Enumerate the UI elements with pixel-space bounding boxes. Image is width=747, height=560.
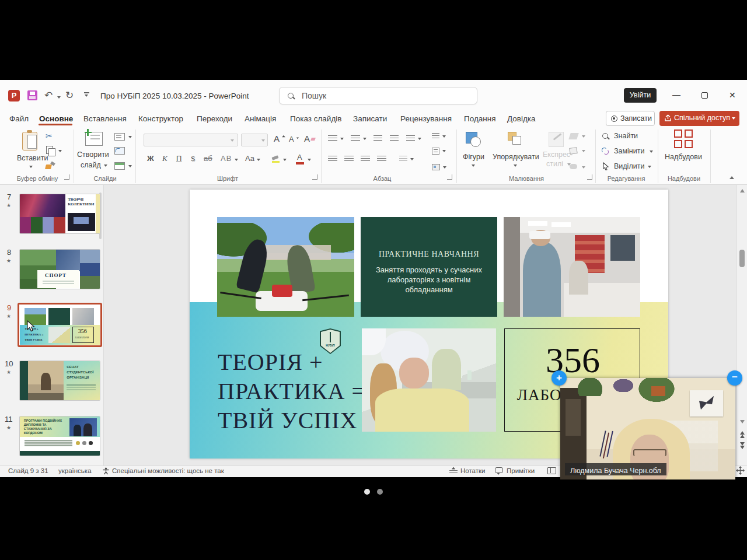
grow-font-button[interactable]: А <box>274 134 280 144</box>
decrease-indent-button[interactable] <box>374 135 382 142</box>
photo-vr[interactable] <box>504 217 640 317</box>
normal-view-button[interactable] <box>547 467 556 474</box>
scroll-up-arrow[interactable] <box>740 189 745 192</box>
maximize-button[interactable] <box>701 92 708 99</box>
accessibility-status[interactable]: Спеціальні можливості: щось не так <box>112 467 224 474</box>
paragraph-dialog-launcher[interactable] <box>447 174 452 180</box>
shape-effects-dropdown[interactable] <box>582 166 585 169</box>
text-direction-dropdown[interactable] <box>442 135 446 138</box>
tab-view[interactable]: Подання <box>464 114 496 123</box>
share-button[interactable]: Спільний доступ <box>659 111 739 126</box>
close-button[interactable]: ✕ <box>729 90 736 100</box>
section-button[interactable] <box>114 162 125 170</box>
record-button[interactable]: Записати <box>606 111 655 126</box>
tab-home[interactable]: Основне <box>39 114 73 123</box>
slide-title-line-1[interactable]: ТЕОРІЯ + <box>218 348 323 376</box>
cut-button[interactable]: ✂ <box>46 131 53 141</box>
paste-button[interactable]: Вставити <box>15 131 48 174</box>
font-size-combo[interactable] <box>241 134 268 146</box>
notes-button[interactable]: Нотатки <box>449 466 491 477</box>
shapes-button[interactable]: Фігури <box>461 131 487 174</box>
qat-customize-button[interactable] <box>84 92 90 99</box>
change-case-button[interactable]: Аа <box>245 154 254 163</box>
carousel-dot-inactive[interactable] <box>377 489 383 495</box>
webcam-overlay[interactable]: Людмила Бучача Черн.обл <box>560 378 735 480</box>
shadow-button[interactable]: S <box>191 154 195 163</box>
clear-format-button[interactable]: А <box>304 134 310 144</box>
italic-button[interactable]: К <box>162 154 167 163</box>
collapse-ribbon-button[interactable] <box>729 176 734 179</box>
underline-button[interactable]: П <box>176 154 181 163</box>
copy-dropdown-icon[interactable] <box>58 150 62 152</box>
arrange-button[interactable]: Упорядкувати <box>493 131 539 174</box>
clipboard-dialog-launcher[interactable] <box>64 174 69 180</box>
sign-in-button[interactable]: Увійти <box>624 88 657 103</box>
replace-dropdown[interactable] <box>650 150 653 153</box>
next-slide-button-2[interactable] <box>740 446 745 449</box>
carousel-dot-active[interactable] <box>364 489 370 495</box>
align-text-button[interactable] <box>432 148 439 155</box>
line-spacing-dropdown[interactable] <box>418 138 421 140</box>
shape-effects-button[interactable] <box>570 164 577 169</box>
tab-animations[interactable]: Анімація <box>245 114 276 123</box>
numbering-button[interactable] <box>351 135 360 142</box>
shrink-font-button[interactable]: А <box>289 135 294 144</box>
font-dialog-launcher[interactable] <box>312 174 317 180</box>
smartart-button[interactable] <box>432 164 440 170</box>
bold-button[interactable]: Ж <box>147 154 154 163</box>
app-icon[interactable]: P <box>8 90 20 102</box>
text-direction-button[interactable] <box>432 133 439 139</box>
shape-outline-dropdown[interactable] <box>582 150 585 152</box>
find-button[interactable]: Знайти <box>614 132 638 140</box>
reset-slide-button[interactable] <box>114 147 125 155</box>
drawing-dialog-launcher[interactable] <box>587 174 592 180</box>
shape-fill-dropdown[interactable] <box>582 135 585 138</box>
save-button[interactable] <box>27 90 37 100</box>
char-spacing-button[interactable]: АВ <box>221 154 232 163</box>
align-text-dropdown[interactable] <box>442 150 446 152</box>
columns-dropdown[interactable] <box>410 158 414 160</box>
format-painter-button[interactable] <box>46 162 55 170</box>
tab-file[interactable]: Файл <box>9 114 29 123</box>
scroll-down-arrow[interactable] <box>740 420 745 424</box>
shape-outline-button[interactable] <box>569 147 577 155</box>
comments-button[interactable]: Примітки <box>495 466 539 477</box>
strikethrough-button[interactable]: аб <box>204 154 212 163</box>
font-color-button[interactable]: А <box>297 153 302 162</box>
photo-lab[interactable] <box>362 328 496 432</box>
align-center-button[interactable] <box>344 156 354 162</box>
bullets-dropdown[interactable] <box>340 138 344 140</box>
section-dropdown[interactable] <box>128 165 132 167</box>
undo-button[interactable]: ↶ <box>44 89 53 102</box>
scrollbar-thumb[interactable] <box>739 250 745 267</box>
numbering-dropdown[interactable] <box>363 138 366 140</box>
tab-review[interactable]: Рецензування <box>400 114 452 123</box>
replace-button[interactable]: Замінити <box>614 147 644 155</box>
pan-control-icon[interactable] <box>735 466 745 475</box>
copy-button[interactable] <box>46 146 53 154</box>
tab-insert[interactable]: Вставлення <box>83 114 127 123</box>
justify-button[interactable] <box>377 156 386 162</box>
language-indicator[interactable]: українська <box>58 467 92 474</box>
select-dropdown[interactable] <box>648 166 651 168</box>
photo-drone[interactable] <box>217 217 354 317</box>
addins-button[interactable]: Надбудови <box>663 130 705 164</box>
slide-7-thumbnail[interactable]: ТВОРЧІ КОЛЕКТИВИ <box>19 194 100 234</box>
slide-layout-button[interactable] <box>114 133 125 141</box>
smartart-dropdown[interactable] <box>443 166 446 169</box>
slide-title-line-2[interactable]: ПРАКТИКА = <box>218 377 365 405</box>
select-button[interactable]: Виділити <box>614 162 644 170</box>
tab-transitions[interactable]: Переходи <box>197 114 232 123</box>
font-name-combo[interactable] <box>144 134 238 146</box>
undo-dropdown-icon[interactable] <box>57 96 61 99</box>
slide-layout-dropdown[interactable] <box>128 136 132 138</box>
previous-slide-button-2[interactable] <box>740 435 745 438</box>
align-left-button[interactable] <box>328 156 337 162</box>
highlight-button[interactable] <box>272 155 280 162</box>
align-right-button[interactable] <box>361 156 370 162</box>
meeting-zoom-in-button[interactable]: + <box>551 370 567 386</box>
slide-10-thumbnail[interactable]: СЕНАТ СТУДЕНТСЬКОЇ ОРГАНІЗАЦІЇ <box>19 360 100 401</box>
vertical-scrollbar[interactable] <box>736 185 747 466</box>
slide-counter[interactable]: Слайд 9 з 31 <box>8 467 48 474</box>
slide-11-thumbnail[interactable]: ПРОГРАМИ ПОДВІЙНИХ ДИПЛОМІВ ТА СТАЖУВАНН… <box>19 416 100 456</box>
